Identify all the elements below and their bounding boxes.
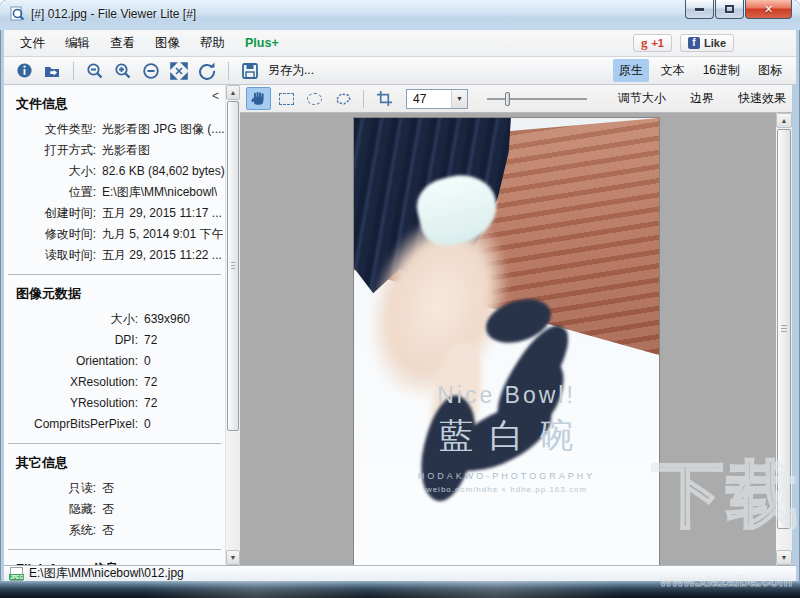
info-label: 只读: <box>10 478 96 499</box>
tab-icon[interactable]: 图标 <box>752 59 788 82</box>
minimize-button[interactable] <box>685 0 714 19</box>
rotate-button[interactable] <box>195 60 219 82</box>
info-label: 隐藏: <box>10 499 96 520</box>
menu-edit[interactable]: 编辑 <box>55 31 100 56</box>
resize-action[interactable]: 调节大小 <box>618 90 666 107</box>
info-label: XResolution: <box>10 372 138 393</box>
info-row: 隐藏:否 <box>10 499 225 520</box>
info-row: DPI:72 <box>10 330 225 351</box>
actual-size-button[interactable] <box>139 60 163 82</box>
viewer-canvas[interactable]: Nice Bowl! 藍白碗 HODAKWO-PHOTOGRAPHY weibo… <box>240 113 792 565</box>
scroll-down-icon[interactable]: ▼ <box>226 550 240 565</box>
google-plus-one-button[interactable]: g +1 <box>633 34 672 52</box>
fit-to-window-button[interactable] <box>167 60 191 82</box>
maximize-icon <box>725 5 734 13</box>
facebook-icon: f <box>688 37 700 49</box>
scroll-up-icon[interactable]: ▲ <box>226 85 240 100</box>
content-area: < 文件信息 文件类型:光影看图 JPG 图像 (.... 打开方式:光影看图 … <box>4 85 792 565</box>
main-toolbar: 另存为... 原生 文本 16进制 图标 <box>4 57 796 85</box>
toolbar-separator <box>73 62 74 80</box>
viewer-scrollbar-thumb[interactable] <box>777 129 791 529</box>
info-value: 光影看图 JPG 图像 (.... <box>102 119 225 140</box>
scroll-down-icon[interactable]: ▼ <box>776 550 792 565</box>
menu-file[interactable]: 文件 <box>10 31 55 56</box>
ellipse-select-button[interactable] <box>302 87 327 110</box>
crop-icon <box>376 90 393 107</box>
info-value: 72 <box>144 372 157 393</box>
info-value: 五月 29, 2015 11:17 ... <box>102 203 222 224</box>
panel-file-info: 文件信息 文件类型:光影看图 JPG 图像 (.... 打开方式:光影看图 大小… <box>4 95 225 266</box>
zoom-out-button[interactable] <box>83 60 107 82</box>
panel-title: 其它信息 <box>16 454 225 472</box>
close-button[interactable]: ✕ <box>745 0 792 19</box>
info-label: 读取时间: <box>10 245 96 266</box>
info-label: DPI: <box>10 330 138 351</box>
ellipse-select-icon <box>307 93 322 105</box>
photo-url: weibo.com/hdhe × hdhe.pp.163.com <box>354 485 659 494</box>
menu-plus[interactable]: Plus+ <box>235 32 289 54</box>
menu-image[interactable]: 图像 <box>145 31 190 56</box>
facebook-like-button[interactable]: f Like <box>680 34 734 52</box>
maximize-button[interactable] <box>715 0 744 19</box>
window-title: [#] 012.jpg - File Viewer Lite [#] <box>31 7 196 21</box>
panel-image-metadata: 图像元数据 大小:639x960 DPI:72 Orientation:0 XR… <box>4 285 225 435</box>
photo-title-cn: 藍白碗 <box>354 413 659 459</box>
info-value: 否 <box>102 499 114 520</box>
menu-view[interactable]: 查看 <box>100 31 145 56</box>
zoom-in-icon <box>114 62 132 80</box>
info-value: 82.6 KB (84,602 bytes) <box>102 161 225 182</box>
scroll-up-icon[interactable]: ▲ <box>776 113 792 128</box>
tab-native[interactable]: 原生 <box>613 59 649 82</box>
photo-title-en: Nice Bowl! <box>354 382 659 409</box>
rect-select-button[interactable] <box>274 87 299 110</box>
photo-credit: HODAKWO-PHOTOGRAPHY <box>354 471 659 481</box>
rect-select-icon <box>279 93 294 105</box>
tab-text[interactable]: 文本 <box>655 59 691 82</box>
like-label: Like <box>704 37 726 49</box>
app-icon <box>9 6 25 22</box>
info-label: Orientation: <box>10 351 138 372</box>
tab-hex[interactable]: 16进制 <box>697 59 746 82</box>
zoom-in-button[interactable] <box>111 60 135 82</box>
sidebar-scrollbar[interactable]: ▲ ▼ <box>226 85 240 565</box>
jpeg-file-icon: JPEG <box>10 567 23 581</box>
border-action[interactable]: 边界 <box>690 90 714 107</box>
title-bar[interactable]: [#] 012.jpg - File Viewer Lite [#] ✕ <box>0 0 800 30</box>
quick-effects-action[interactable]: 快速效果 <box>738 90 786 107</box>
toolbar-separator <box>228 62 229 80</box>
zoom-out-icon <box>86 62 104 80</box>
info-row: 打开方式:光影看图 <box>10 140 225 161</box>
photo-stocking <box>486 317 579 433</box>
zoom-slider[interactable] <box>487 89 587 109</box>
info-label: 大小: <box>10 309 138 330</box>
zoom-slider-thumb[interactable] <box>505 92 510 106</box>
google-icon: g <box>641 35 648 51</box>
sidebar-collapse-button[interactable]: < <box>212 89 219 103</box>
zoom-slider-track <box>487 98 587 100</box>
zoom-level-select[interactable]: 47 ▼ <box>406 89 468 109</box>
info-label: ComprBitsPerPixel: <box>10 414 138 435</box>
panel-divider <box>8 274 221 275</box>
info-row: YResolution:72 <box>10 393 225 414</box>
info-button[interactable] <box>12 60 36 82</box>
menu-help[interactable]: 帮助 <box>190 31 235 56</box>
info-row: 修改时间:九月 5, 2014 9:01 下午 <box>10 224 225 245</box>
minimize-icon <box>695 8 704 11</box>
info-row: 创建时间:五月 29, 2015 11:17 ... <box>10 203 225 224</box>
jpeg-badge: JPEG <box>9 574 24 580</box>
sidebar-scrollbar-thumb[interactable] <box>227 101 239 431</box>
lasso-select-button[interactable] <box>330 87 355 110</box>
hand-tool-button[interactable] <box>246 87 271 110</box>
save-as-button[interactable] <box>238 60 262 82</box>
open-folder-button[interactable] <box>40 60 64 82</box>
info-row: XResolution:72 <box>10 372 225 393</box>
viewer-scrollbar[interactable]: ▲ ▼ <box>776 113 792 565</box>
hand-icon <box>250 90 267 107</box>
save-as-label[interactable]: 另存为... <box>268 62 314 79</box>
folder-icon <box>43 62 61 80</box>
crop-tool-button[interactable] <box>372 87 397 110</box>
info-label: 位置: <box>10 182 96 203</box>
chevron-down-icon[interactable]: ▼ <box>451 90 467 108</box>
photo-figure <box>354 191 534 420</box>
info-value: 五月 29, 2015 11:22 ... <box>102 245 222 266</box>
